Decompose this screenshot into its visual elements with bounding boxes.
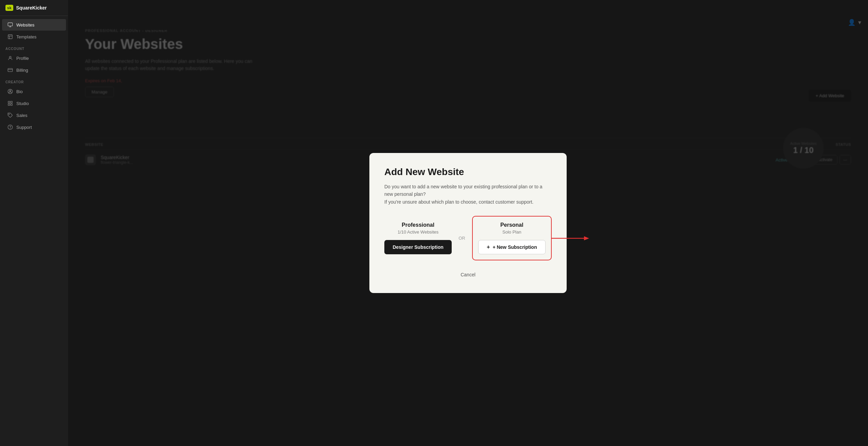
svg-point-17 <box>10 128 11 128</box>
sidebar-item-label: Profile <box>16 56 29 61</box>
sidebar-item-support[interactable]: Support <box>2 121 66 133</box>
svg-rect-0 <box>8 23 12 26</box>
svg-rect-3 <box>8 35 12 39</box>
sidebar-item-profile[interactable]: Profile <box>2 52 66 64</box>
account-section-label: ACCOUNT <box>0 43 68 52</box>
personal-label: Personal <box>478 222 546 228</box>
logo-text: SquareKicker <box>16 5 47 11</box>
red-arrow <box>552 235 589 242</box>
monitor-icon <box>7 22 13 28</box>
sidebar-item-websites[interactable]: Websites <box>2 19 66 31</box>
sidebar-item-label: Support <box>16 125 32 130</box>
svg-rect-12 <box>11 101 12 103</box>
svg-marker-20 <box>584 236 589 240</box>
sidebar-item-bio[interactable]: Bio <box>2 86 66 97</box>
layout-icon <box>7 34 13 39</box>
sidebar-item-label: Templates <box>16 34 36 39</box>
cancel-button[interactable]: Cancel <box>456 270 480 279</box>
designer-subscription-button[interactable]: Designer Subscription <box>384 240 452 254</box>
modal-title: Add New Website <box>384 167 552 177</box>
grid-icon <box>7 101 13 106</box>
logo: sk SquareKicker <box>0 0 68 16</box>
svg-rect-7 <box>8 68 12 71</box>
add-website-modal: Add New Website Do you want to add a new… <box>369 153 567 293</box>
user-circle-icon <box>7 89 13 94</box>
sidebar-item-label: Bio <box>16 89 23 94</box>
personal-option: Personal Solo Plan + + New Subscription <box>472 216 552 260</box>
logo-badge: sk <box>5 5 13 11</box>
sidebar: sk SquareKicker Websites Templates ACCOU… <box>0 0 68 446</box>
sidebar-item-label: Sales <box>16 113 28 118</box>
plus-icon: + <box>487 244 490 250</box>
professional-sublabel: 1/10 Active Websites <box>384 229 452 235</box>
svg-rect-14 <box>11 104 12 105</box>
new-subscription-button[interactable]: + + New Subscription <box>478 240 546 254</box>
svg-point-15 <box>9 114 10 115</box>
professional-option: Professional 1/10 Active Websites Design… <box>384 222 452 254</box>
svg-rect-11 <box>8 101 10 103</box>
sidebar-item-templates[interactable]: Templates <box>2 31 66 42</box>
modal-description: Do you want to add a new website to your… <box>384 183 552 206</box>
sidebar-navigation: Websites Templates ACCOUNT Profile Billi… <box>0 16 68 136</box>
svg-rect-13 <box>8 104 10 105</box>
or-divider: OR <box>452 236 472 241</box>
sidebar-item-label: Websites <box>16 22 34 28</box>
sidebar-item-label: Billing <box>16 68 28 73</box>
sidebar-item-label: Studio <box>16 101 29 106</box>
creator-section-label: CREATOR <box>0 76 68 85</box>
credit-card-icon <box>7 67 13 73</box>
sidebar-item-sales[interactable]: Sales <box>2 109 66 121</box>
sidebar-item-billing[interactable]: Billing <box>2 64 66 76</box>
tag-icon <box>7 113 13 118</box>
main-content: 👤 ▾ PROFESSIONAL ACCOUNT - DESIGNER Your… <box>68 15 868 446</box>
svg-point-10 <box>10 90 11 91</box>
help-circle-icon <box>7 124 13 130</box>
modal-options-wrapper: Professional 1/10 Active Websites Design… <box>384 216 552 260</box>
svg-point-6 <box>9 56 11 58</box>
user-icon <box>7 55 13 61</box>
modal-overlay: Add New Website Do you want to add a new… <box>68 15 868 446</box>
professional-label: Professional <box>384 222 452 228</box>
modal-options: Professional 1/10 Active Websites Design… <box>384 216 552 260</box>
personal-sublabel: Solo Plan <box>478 229 546 235</box>
sidebar-item-studio[interactable]: Studio <box>2 98 66 109</box>
